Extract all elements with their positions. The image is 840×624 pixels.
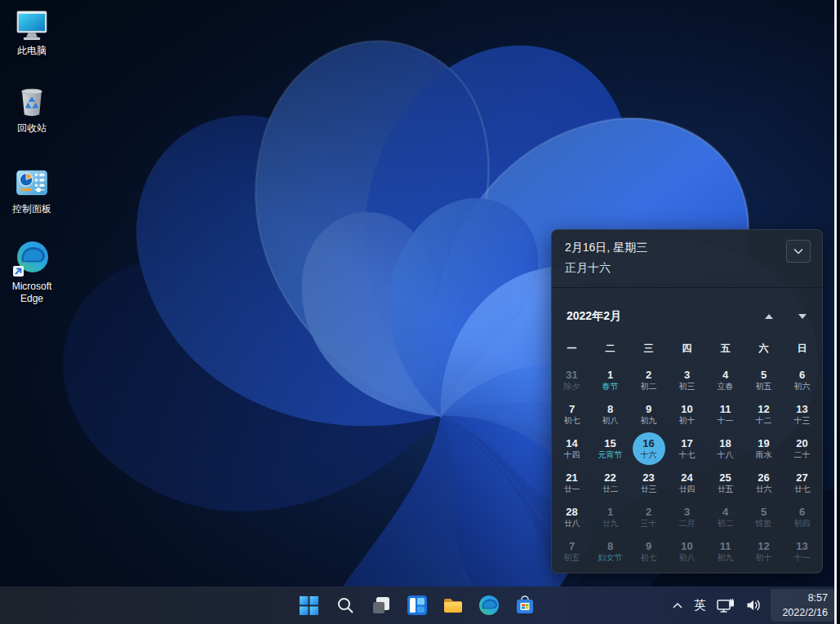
calendar-day[interactable]: 12初十 [744, 534, 783, 569]
calendar-day[interactable]: 4初二 [706, 500, 744, 534]
calendar-day[interactable]: 3二月 [668, 500, 706, 534]
calendar-day[interactable]: 2三十 [629, 500, 668, 534]
ethernet-network-icon [717, 599, 736, 613]
calendar-day[interactable]: 12十二 [744, 397, 783, 431]
this-pc-icon [14, 8, 50, 42]
day-lunar-label: 十三 [794, 417, 811, 425]
calendar-day[interactable]: 27廿七 [783, 466, 821, 500]
day-number: 1 [607, 507, 613, 517]
file-explorer-button[interactable] [438, 591, 468, 620]
calendar-day[interactable]: 17十七 [668, 431, 706, 466]
calendar-day[interactable]: 7初七 [553, 397, 591, 431]
calendar-day[interactable]: 5惊蛰 [744, 500, 783, 534]
day-number: 24 [681, 472, 692, 483]
day-lunar-label: 惊蛰 [756, 520, 772, 528]
calendar-day[interactable]: 20二十 [783, 431, 821, 466]
taskbar-center-buttons [295, 586, 540, 624]
calendar-day[interactable]: 11初九 [706, 534, 744, 569]
calendar-day[interactable]: 15元宵节 [591, 431, 629, 466]
desktop-icon-microsoft-edge[interactable]: Microsoft Edge [2, 239, 62, 305]
calendar-day-grid: 31除夕1春节2初二3初三4立春5初五6初六7初七8初八9初九10初十11十一1… [552, 363, 822, 569]
edge-icon [478, 595, 500, 616]
file-explorer-icon [442, 595, 464, 616]
clock-tray-button[interactable]: 8:57 2022/2/16 [771, 589, 834, 622]
widgets-button[interactable] [402, 591, 432, 620]
desktop-icon-label: 此电脑 [2, 45, 62, 57]
day-number: 19 [758, 438, 769, 449]
calendar-day[interactable]: 21廿一 [553, 466, 591, 500]
day-lunar-label: 立春 [718, 383, 734, 391]
day-lunar-label: 初九 [718, 554, 734, 562]
calendar-day[interactable]: 13十一 [783, 534, 821, 569]
ime-indicator[interactable]: 英 [692, 591, 708, 620]
calendar-prev-month-button[interactable] [757, 308, 781, 325]
calendar-day[interactable]: 10初八 [668, 534, 706, 569]
calendar-day[interactable]: 19雨水 [744, 431, 783, 466]
desktop: 此电脑 回收站 [0, 0, 840, 624]
day-number: 6 [799, 507, 805, 517]
network-button[interactable] [715, 591, 737, 620]
calendar-day[interactable]: 9初七 [629, 534, 668, 569]
calendar-day[interactable]: 10初十 [668, 397, 706, 431]
calendar-day[interactable]: 3初三 [668, 363, 706, 397]
calendar-day[interactable]: 1春节 [591, 363, 629, 397]
hidden-icons-button[interactable] [670, 591, 685, 620]
calendar-day[interactable]: 14十四 [553, 431, 591, 466]
day-number: 3 [684, 370, 690, 380]
calendar-collapse-button[interactable] [786, 240, 811, 263]
calendar-day[interactable]: 31除夕 [553, 363, 591, 397]
day-lunar-label: 廿五 [718, 485, 734, 493]
day-number: 1 [607, 370, 613, 380]
calendar-day[interactable]: 7初五 [553, 534, 591, 569]
day-number: 8 [607, 404, 613, 414]
calendar-header: 2月16日, 星期三 正月十六 [552, 230, 822, 288]
calendar-day[interactable]: 6初四 [783, 500, 821, 534]
search-button[interactable] [331, 591, 360, 620]
desktop-icon-this-pc[interactable]: 此电脑 [2, 8, 62, 57]
desktop-icon-recycle-bin[interactable]: 回收站 [2, 84, 62, 135]
day-lunar-label: 廿四 [679, 485, 696, 493]
chevron-down-icon [793, 247, 804, 255]
weekday-label: 四 [668, 342, 706, 356]
desktop-icon-control-panel[interactable]: 控制面板 [2, 165, 62, 215]
calendar-flyout: 2月16日, 星期三 正月十六 2022年2月 一二三四五六日 31 [551, 229, 823, 573]
day-lunar-label: 十六 [641, 451, 657, 459]
day-number: 9 [646, 404, 651, 414]
calendar-day[interactable]: 8妇女节 [591, 534, 629, 569]
calendar-day[interactable]: 23廿三 [629, 466, 668, 500]
calendar-day[interactable]: 18十八 [706, 431, 744, 466]
day-number: 5 [761, 370, 767, 380]
calendar-day[interactable]: 11十一 [706, 397, 744, 431]
calendar-day[interactable]: 8初八 [591, 397, 629, 431]
weekday-label: 二 [591, 342, 629, 356]
day-number: 26 [758, 472, 769, 483]
calendar-day[interactable]: 6初六 [783, 363, 821, 397]
calendar-month-label[interactable]: 2022年2月 [567, 309, 621, 324]
microsoft-store-button[interactable] [510, 591, 540, 620]
calendar-day[interactable]: 5初五 [744, 363, 783, 397]
calendar-day-selected[interactable]: 16十六 [629, 431, 668, 466]
calendar-day[interactable]: 2初二 [629, 363, 668, 397]
day-lunar-label: 廿一 [564, 485, 580, 493]
calendar-day[interactable]: 22廿二 [591, 466, 629, 500]
calendar-next-month-button[interactable] [790, 308, 815, 325]
chevron-down-icon [798, 314, 807, 319]
calendar-day[interactable]: 9初九 [629, 397, 668, 431]
day-number: 17 [681, 438, 692, 449]
calendar-day[interactable]: 24廿四 [668, 466, 706, 500]
calendar-day[interactable]: 13十三 [783, 397, 821, 431]
edge-button[interactable] [474, 591, 504, 620]
day-lunar-label: 雨水 [756, 451, 772, 459]
start-button[interactable] [295, 591, 324, 620]
calendar-day[interactable]: 25廿五 [706, 466, 744, 500]
chevron-up-icon [765, 314, 773, 319]
calendar-day[interactable]: 4立春 [706, 363, 744, 397]
calendar-day[interactable]: 28廿八 [553, 500, 591, 534]
day-lunar-label: 初七 [564, 417, 580, 425]
task-view-button[interactable] [367, 591, 396, 620]
day-lunar-label: 廿六 [756, 485, 772, 493]
calendar-day[interactable]: 1廿九 [591, 500, 629, 534]
volume-button[interactable] [744, 591, 763, 620]
calendar-day[interactable]: 26廿六 [744, 466, 783, 500]
speaker-icon [746, 599, 762, 612]
